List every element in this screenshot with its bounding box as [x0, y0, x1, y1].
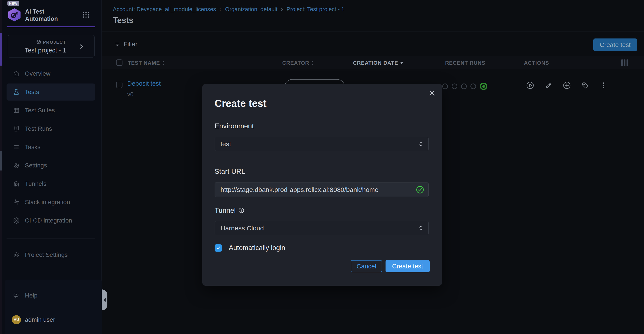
sidebar-item-test-runs[interactable]: Test Runs	[6, 120, 95, 137]
start-url-input[interactable]	[220, 186, 416, 194]
app-logo-icon	[8, 8, 21, 22]
auto-login-checkbox[interactable]	[214, 244, 222, 252]
app-title: AI Test Automation	[25, 8, 58, 23]
run-status-passed-icon[interactable]	[480, 83, 487, 90]
column-header-actions: ACTIONS	[524, 60, 549, 66]
breadcrumb-project-link[interactable]: Project: Test project - 1	[286, 6, 344, 13]
help-chat-icon: ?	[13, 292, 20, 299]
rail-purple-indicator	[0, 33, 2, 66]
chevron-right-icon	[79, 43, 84, 50]
breadcrumb-account-link[interactable]: Account: Devspace_all_module_licenses	[113, 6, 216, 13]
page-title: Tests	[113, 16, 134, 25]
test-name-link[interactable]: Deposit test	[127, 80, 161, 87]
sidebar-item-label: Help	[25, 292, 38, 299]
project-name: Test project - 1	[8, 47, 83, 54]
add-icon[interactable]	[563, 81, 571, 89]
tunnel-label: Tunnel	[214, 206, 236, 214]
row-checkbox[interactable]	[116, 82, 122, 88]
sidebar-item-label: Tunnels	[25, 180, 46, 187]
sidebar-item-tasks[interactable]: Tasks	[6, 139, 95, 156]
environment-label: Environment	[214, 122, 254, 130]
auto-login-row: Automatically login	[214, 244, 285, 252]
column-settings-icon[interactable]	[621, 59, 628, 66]
modal-title: Create test	[214, 97, 266, 109]
test-runs-icon	[13, 125, 20, 132]
column-header-test-name[interactable]: TEST NAME	[128, 60, 165, 66]
tunnel-value: Harness Cloud	[220, 225, 264, 232]
avatar: AU	[12, 315, 21, 324]
sidebar-item-label: CI-CD integration	[25, 217, 72, 224]
cube-icon	[36, 40, 41, 45]
run-status-empty-icon[interactable]	[461, 84, 467, 89]
sidebar-item-slack-integration[interactable]: Slack integration	[6, 194, 95, 211]
column-header-creator[interactable]: CREATOR	[282, 60, 314, 66]
sidebar-item-cicd-integration[interactable]: CI-CD integration	[6, 212, 95, 229]
breadcrumb-organization-link[interactable]: Organization: default	[225, 6, 278, 13]
create-test-submit-button[interactable]: Create test	[386, 260, 430, 272]
sidebar-item-test-suites[interactable]: Test Suites	[6, 102, 95, 119]
run-status-empty-icon[interactable]	[442, 84, 448, 89]
run-status-empty-icon[interactable]	[452, 84, 457, 89]
sidebar-item-label: Settings	[25, 162, 47, 169]
filter-button[interactable]: Filter	[114, 41, 137, 48]
project-label: PROJECT	[43, 40, 66, 45]
sidebar-item-settings[interactable]: Settings	[6, 157, 95, 174]
sidebar-item-tests[interactable]: Tests	[6, 84, 95, 101]
sort-icon	[162, 60, 165, 66]
user-menu[interactable]: AU admin user	[6, 311, 95, 328]
column-header-creation-date[interactable]: CREATION DATE	[353, 60, 404, 66]
tunnel-select[interactable]: Harness Cloud	[214, 221, 428, 235]
chevron-left-icon	[103, 298, 106, 302]
sidebar-collapse-handle[interactable]	[102, 289, 108, 310]
user-name: admin user	[25, 316, 55, 323]
tag-icon[interactable]	[581, 81, 589, 89]
actions-cell	[526, 81, 608, 89]
sidebar-item-label: Tests	[25, 89, 39, 96]
start-url-label: Start URL	[214, 168, 245, 176]
grid-table-icon	[13, 107, 20, 114]
home-icon	[13, 70, 20, 77]
filter-label: Filter	[124, 41, 137, 48]
create-test-modal: Create test Environment test Start URL T…	[202, 84, 442, 286]
sidebar-item-tunnels[interactable]: Tunnels	[6, 175, 95, 192]
sidebar-item-label: Test Suites	[25, 107, 55, 114]
sidebar-item-project-settings[interactable]: Project Settings	[6, 246, 95, 263]
create-test-button-toolbar[interactable]: Create test	[593, 39, 637, 51]
app-launcher-icon[interactable]	[82, 11, 90, 18]
run-status-empty-icon[interactable]	[470, 84, 476, 89]
recent-runs-cell	[442, 83, 487, 90]
sidebar-item-label: Test Runs	[25, 125, 52, 132]
filter-icon	[114, 41, 120, 47]
breadcrumb-separator: ›	[220, 6, 222, 13]
more-options-icon[interactable]	[600, 81, 608, 89]
left-module-rail	[0, 0, 2, 334]
cicd-hexagon-link-icon	[13, 217, 20, 224]
select-all-checkbox[interactable]	[116, 59, 122, 66]
breadcrumb: Account: Devspace_all_module_licenses › …	[113, 6, 344, 13]
info-icon[interactable]	[238, 208, 244, 213]
sidebar-item-help[interactable]: ? Help	[6, 287, 95, 304]
sort-desc-icon	[400, 62, 404, 64]
edit-icon[interactable]	[544, 81, 552, 89]
sidebar-divider	[6, 279, 95, 279]
svg-text:?: ?	[15, 293, 17, 296]
sidebar: NEW AI Test Automation	[2, 0, 102, 334]
new-badge: NEW	[8, 1, 19, 6]
close-icon[interactable]	[428, 90, 436, 97]
start-url-field	[214, 183, 428, 197]
url-valid-check-icon	[416, 185, 424, 194]
environment-select[interactable]: test	[214, 137, 428, 151]
run-test-icon[interactable]	[526, 81, 534, 89]
sort-icon	[311, 60, 314, 66]
auto-login-label: Automatically login	[229, 244, 285, 252]
breadcrumb-separator: ›	[281, 6, 283, 13]
environment-value: test	[220, 140, 231, 148]
brand-divider	[6, 27, 95, 27]
gear-icon	[13, 251, 20, 259]
select-chevrons-icon	[419, 225, 423, 231]
project-selector[interactable]: PROJECT Test project - 1	[8, 35, 94, 58]
select-chevrons-icon	[419, 141, 423, 147]
sidebar-item-overview[interactable]: Overview	[6, 65, 95, 82]
gear-icon	[13, 162, 20, 169]
cancel-button[interactable]: Cancel	[351, 260, 382, 272]
